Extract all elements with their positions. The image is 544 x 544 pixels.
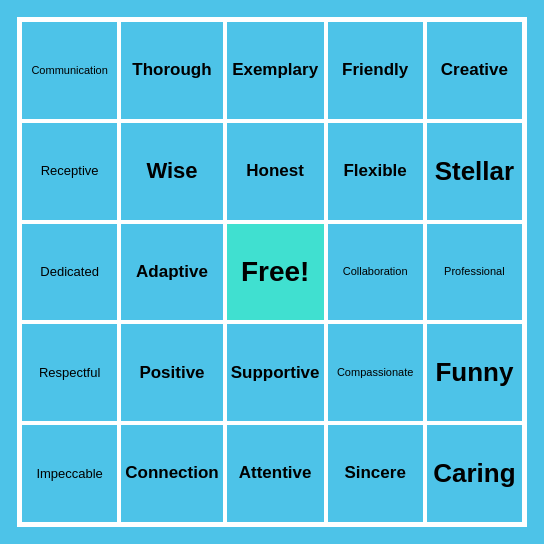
cell-0[interactable]: Communication xyxy=(20,20,119,121)
cell-text-9: Stellar xyxy=(435,156,515,187)
cell-text-13: Collaboration xyxy=(343,265,408,278)
cell-19[interactable]: Funny xyxy=(425,322,524,423)
cell-text-18: Compassionate xyxy=(337,366,413,379)
cell-5[interactable]: Receptive xyxy=(20,121,119,222)
cell-14[interactable]: Professional xyxy=(425,222,524,323)
cell-text-22: Attentive xyxy=(239,463,312,483)
cell-text-23: Sincere xyxy=(344,463,405,483)
cell-text-4: Creative xyxy=(441,60,508,80)
cell-text-2: Exemplary xyxy=(232,60,318,80)
cell-12[interactable]: Free! xyxy=(225,222,326,323)
cell-7[interactable]: Honest xyxy=(225,121,326,222)
cell-text-15: Respectful xyxy=(39,365,100,381)
bingo-board: CommunicationThoroughExemplaryFriendlyCr… xyxy=(17,17,527,527)
cell-text-5: Receptive xyxy=(41,163,99,179)
cell-text-20: Impeccable xyxy=(36,466,102,482)
cell-11[interactable]: Adaptive xyxy=(119,222,225,323)
cell-10[interactable]: Dedicated xyxy=(20,222,119,323)
cell-text-16: Positive xyxy=(139,363,204,383)
cell-24[interactable]: Caring xyxy=(425,423,524,524)
cell-4[interactable]: Creative xyxy=(425,20,524,121)
cell-15[interactable]: Respectful xyxy=(20,322,119,423)
cell-9[interactable]: Stellar xyxy=(425,121,524,222)
cell-text-8: Flexible xyxy=(343,161,406,181)
cell-8[interactable]: Flexible xyxy=(326,121,425,222)
cell-18[interactable]: Compassionate xyxy=(326,322,425,423)
cell-16[interactable]: Positive xyxy=(119,322,225,423)
cell-text-1: Thorough xyxy=(132,60,211,80)
cell-17[interactable]: Supportive xyxy=(225,322,326,423)
cell-text-12: Free! xyxy=(241,255,309,289)
cell-13[interactable]: Collaboration xyxy=(326,222,425,323)
cell-21[interactable]: Connection xyxy=(119,423,225,524)
cell-text-17: Supportive xyxy=(231,363,320,383)
cell-text-24: Caring xyxy=(433,458,515,489)
cell-20[interactable]: Impeccable xyxy=(20,423,119,524)
cell-text-14: Professional xyxy=(444,265,505,278)
cell-2[interactable]: Exemplary xyxy=(225,20,326,121)
cell-text-21: Connection xyxy=(125,463,219,483)
cell-text-3: Friendly xyxy=(342,60,408,80)
cell-text-11: Adaptive xyxy=(136,262,208,282)
cell-3[interactable]: Friendly xyxy=(326,20,425,121)
cell-23[interactable]: Sincere xyxy=(326,423,425,524)
cell-text-19: Funny xyxy=(435,357,513,388)
cell-6[interactable]: Wise xyxy=(119,121,225,222)
cell-text-10: Dedicated xyxy=(40,264,99,280)
cell-text-0: Communication xyxy=(31,64,107,77)
cell-text-6: Wise xyxy=(146,158,197,184)
cell-text-7: Honest xyxy=(246,161,304,181)
cell-22[interactable]: Attentive xyxy=(225,423,326,524)
cell-1[interactable]: Thorough xyxy=(119,20,225,121)
